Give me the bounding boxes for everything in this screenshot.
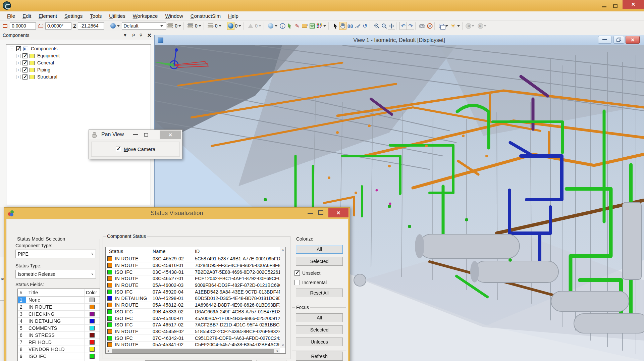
component-status-row[interactable]: ISO IFC 07C-46342-01 C951D278-CDFB-4A63-… bbox=[106, 335, 280, 342]
status-field-row[interactable]: 3 CHECKING bbox=[18, 311, 100, 318]
colorize-all-button[interactable]: All bbox=[296, 245, 343, 254]
focus-all-button[interactable]: All bbox=[296, 313, 343, 322]
component-status-row[interactable]: IN ROUTE 03C-46527-01 ECE12042-EBC1-4AE1… bbox=[106, 275, 280, 282]
tree-item-row[interactable]: + General bbox=[6, 60, 151, 66]
reset-all-button[interactable]: Reset All bbox=[296, 289, 343, 297]
component-status-row[interactable]: IN ROUTE 05A-45812-02 1A698442-D8D7-4E90… bbox=[106, 302, 280, 309]
view-attributes-caret[interactable] bbox=[275, 25, 277, 27]
forward-icon[interactable]: ▶ bbox=[478, 23, 483, 29]
tree-root-row[interactable]: − Components bbox=[6, 46, 151, 52]
element-template-icon[interactable] bbox=[109, 22, 117, 30]
active-line-style-value[interactable]: 0 bbox=[195, 23, 198, 29]
status-close-button[interactable]: ✕ bbox=[328, 208, 348, 217]
rotate-view-icon[interactable]: ↺ bbox=[361, 22, 369, 30]
component-status-row[interactable]: IN ROUTE 05A-46002-03 9009FB64-DD3F-482F… bbox=[106, 282, 280, 289]
tree-item-checkbox[interactable] bbox=[22, 53, 28, 58]
menu-item[interactable]: Tools bbox=[86, 12, 105, 20]
status-field-row[interactable]: 2 IN ROUTE bbox=[18, 304, 100, 311]
app-titlebar[interactable]: ✕ bbox=[0, 0, 644, 11]
status-field-row[interactable]: 7 RFI HOLD bbox=[18, 339, 100, 346]
color-table-icon[interactable] bbox=[316, 22, 323, 30]
status-field-row[interactable]: 4 IN DETAILING bbox=[18, 318, 100, 325]
tree-item-row[interactable]: + Equipment bbox=[6, 53, 151, 59]
status-field-row[interactable]: 1 None bbox=[18, 297, 100, 304]
view-previous-icon[interactable]: ↶ bbox=[399, 22, 407, 30]
active-line-weight-icon[interactable] bbox=[207, 22, 214, 30]
tree-item-checkbox[interactable] bbox=[22, 74, 28, 80]
find-next-button[interactable]: Find Next bbox=[256, 360, 286, 361]
move-camera-checkbox[interactable] bbox=[116, 147, 121, 152]
menu-item[interactable]: Help bbox=[224, 12, 242, 20]
tree-item-row[interactable]: + Piping bbox=[6, 67, 151, 73]
view-restore-button[interactable] bbox=[613, 36, 624, 44]
pan-view-tool-icon[interactable] bbox=[339, 22, 346, 30]
display-style-icon[interactable]: ☀ bbox=[449, 22, 457, 30]
components-panel-header[interactable]: Components ▼ ⚲ ⚲ ✕ bbox=[0, 31, 154, 40]
fit-view-icon[interactable] bbox=[388, 22, 395, 30]
component-status-row[interactable]: IN DETAILING 10A-45298-01 6DD5D012-D365-… bbox=[106, 295, 280, 302]
angle-input[interactable]: 0.0000° bbox=[45, 22, 71, 30]
collapse-icon[interactable]: − bbox=[10, 47, 14, 51]
expand-icon[interactable]: + bbox=[16, 54, 20, 58]
menu-item[interactable]: Settings bbox=[61, 12, 86, 20]
status-field-row[interactable]: 5 COMMENTS bbox=[18, 325, 100, 332]
restore-button[interactable] bbox=[613, 2, 618, 10]
scroll-left-icon[interactable]: ˂ bbox=[106, 349, 111, 353]
redline-icon[interactable]: ✎ bbox=[293, 22, 301, 30]
view-next-icon[interactable]: ↷ bbox=[407, 22, 414, 30]
camera-settings-icon[interactable] bbox=[419, 22, 426, 30]
component-status-row[interactable]: IN ROUTE 03C-46529-02 5C587491-5287-49B1… bbox=[106, 256, 280, 262]
active-level-combo[interactable]: Default bbox=[122, 22, 166, 30]
element-template-caret[interactable] bbox=[117, 25, 120, 27]
expand-icon[interactable]: + bbox=[16, 75, 20, 79]
scroll-down-icon[interactable]: ˅ bbox=[280, 343, 286, 347]
pointer-icon[interactable] bbox=[332, 22, 339, 30]
view-attributes-icon[interactable] bbox=[267, 22, 274, 30]
view-minimize-button[interactable] bbox=[598, 36, 611, 44]
focus-selected-button[interactable]: Selected bbox=[296, 325, 343, 334]
component-status-row[interactable]: ISO IFC 03A-45400-01 45A00B0A-1ED0-4B36-… bbox=[106, 315, 280, 322]
tree-item-row[interactable]: + Structural bbox=[6, 74, 151, 80]
component-status-row[interactable]: ISO IFC 07A-46517-02 7ACF2BB7-D21D-4D1C-… bbox=[106, 322, 280, 328]
checkbox[interactable] bbox=[294, 270, 300, 276]
color-table-caret[interactable] bbox=[323, 25, 326, 27]
pin-icon[interactable]: ⚲ bbox=[140, 33, 143, 38]
component-status-row[interactable]: ISO IFC 03C-45438-01 7B2D2A87-5E88-4696-… bbox=[106, 269, 280, 275]
distance-input[interactable]: 0.0000 bbox=[10, 22, 36, 30]
status-restore-button[interactable] bbox=[318, 210, 323, 215]
component-status-row[interactable]: IN ROUTE 03C-45910-01 70284D95-FF35-4CE9… bbox=[106, 262, 280, 269]
menu-item[interactable]: File bbox=[3, 12, 19, 20]
active-priority-value[interactable]: 0 bbox=[255, 23, 258, 29]
camera-off-icon[interactable] bbox=[426, 22, 433, 30]
close-button[interactable]: ✕ bbox=[623, 0, 644, 9]
tree-item-checkbox[interactable] bbox=[22, 60, 28, 65]
status-minimize-button[interactable] bbox=[308, 213, 313, 214]
distance-lock-icon[interactable] bbox=[1, 22, 9, 30]
pan-view-titlebar[interactable]: Pan View ✕ bbox=[89, 130, 182, 139]
unfocus-button[interactable]: Unfocus bbox=[296, 338, 343, 346]
panel-close-icon[interactable]: ✕ bbox=[147, 32, 152, 39]
menu-item[interactable]: Edit bbox=[19, 12, 35, 20]
view-close-button[interactable]: ✕ bbox=[626, 36, 640, 44]
tree-root-checkbox[interactable] bbox=[16, 46, 21, 51]
component-status-row[interactable]: IN ROUTE 03C-45459-02 518550C2-2CE2-4384… bbox=[106, 328, 280, 335]
pan-minimize-icon[interactable] bbox=[133, 134, 138, 135]
active-line-style-icon[interactable] bbox=[187, 22, 194, 30]
back-icon[interactable]: ◀ bbox=[466, 23, 471, 29]
zoom-out-icon[interactable] bbox=[373, 22, 380, 30]
active-transparency-icon[interactable] bbox=[227, 22, 234, 30]
expand-icon[interactable]: + bbox=[16, 61, 20, 65]
component-status-row[interactable]: ISO IFC 07A-45920-04 A1EBD542-9A84-43EE-… bbox=[106, 289, 280, 295]
project-explorer-icon[interactable] bbox=[301, 22, 308, 30]
scroll-right-icon[interactable]: ˃ bbox=[275, 349, 280, 353]
fly-tool-icon[interactable] bbox=[354, 22, 361, 30]
window-area-icon[interactable] bbox=[380, 22, 388, 30]
unpin-icon[interactable]: ⚲ bbox=[130, 33, 136, 38]
expand-icon[interactable]: + bbox=[16, 68, 20, 72]
view-titlebar[interactable]: View 1 - Isometric, Default [Displayset]… bbox=[155, 35, 644, 45]
active-color-icon[interactable] bbox=[167, 22, 174, 30]
menu-item[interactable]: Workspace bbox=[129, 12, 162, 20]
active-transparency-value[interactable]: 0 bbox=[235, 23, 238, 29]
colorize-selected-button[interactable]: Selected bbox=[296, 257, 343, 266]
status-type-select[interactable]: Isometric Release˅ bbox=[15, 270, 96, 278]
